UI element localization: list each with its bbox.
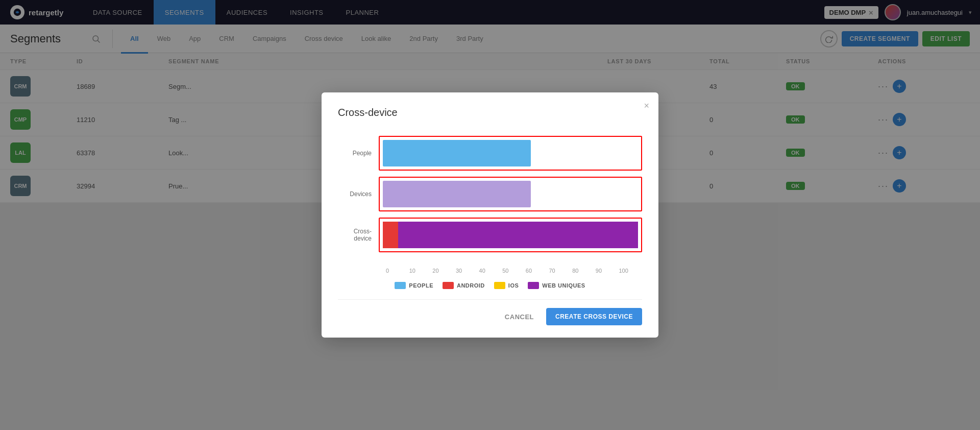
x-axis: 0 10 20 30 40 50 60 70 80 90 100 (338, 268, 642, 274)
create-cross-device-button[interactable]: CREATE CROSS DEVICE (546, 308, 642, 325)
chart-label-devices: Devices (338, 190, 379, 198)
modal-overlay[interactable]: Cross-device × People Devices Cross-devi… (0, 0, 980, 430)
bar-people (383, 140, 531, 166)
xaxis-tick-70: 70 (549, 268, 572, 274)
swatch-android (443, 282, 454, 289)
cancel-button[interactable]: CANCEL (499, 309, 540, 325)
legend-label-android: ANDROID (457, 282, 485, 289)
xaxis-tick-40: 40 (479, 268, 503, 274)
legend-ios: IOS (494, 282, 519, 289)
bar-webuniques (398, 222, 638, 248)
chart-legend: PEOPLE ANDROID IOS WEB UNIQUES (338, 282, 642, 289)
xaxis-tick-100: 100 (619, 268, 642, 274)
legend-label-people: PEOPLE (409, 282, 433, 289)
chart-bar-container-devices (379, 177, 642, 211)
xaxis-tick-10: 10 (409, 268, 433, 274)
chart-row-devices: Devices (338, 177, 642, 211)
swatch-ios (494, 282, 505, 289)
chart-row-people: People (338, 136, 642, 171)
xaxis-tick-30: 30 (456, 268, 479, 274)
chart-label-people: People (338, 150, 379, 157)
legend-android: ANDROID (443, 282, 485, 289)
bar-android (383, 222, 398, 248)
xaxis-tick-90: 90 (596, 268, 619, 274)
chart-area: People Devices Cross-device (338, 131, 642, 264)
chart-bar-container-crossdevice (379, 218, 642, 252)
modal-close-button[interactable]: × (644, 101, 649, 111)
chart-label-crossdevice: Cross-device (338, 228, 379, 242)
bar-crossdevice (383, 222, 638, 248)
swatch-people (395, 282, 406, 289)
xaxis-tick-50: 50 (502, 268, 526, 274)
xaxis-tick-80: 80 (572, 268, 596, 274)
modal-footer: CANCEL CREATE CROSS DEVICE (338, 299, 642, 325)
modal-title: Cross-device (338, 107, 642, 118)
chart-row-crossdevice: Cross-device (338, 218, 642, 252)
bar-devices (383, 181, 531, 207)
cross-device-modal: Cross-device × People Devices Cross-devi… (322, 92, 658, 338)
legend-people: PEOPLE (395, 282, 433, 289)
legend-label-ios: IOS (508, 282, 519, 289)
xaxis-tick-0: 0 (386, 268, 409, 274)
legend-label-webuniques: WEB UNIQUES (542, 282, 585, 289)
legend-webuniques: WEB UNIQUES (528, 282, 585, 289)
swatch-webuniques (528, 282, 539, 289)
chart-bar-container-people (379, 136, 642, 171)
xaxis-tick-20: 20 (432, 268, 456, 274)
xaxis-tick-60: 60 (526, 268, 549, 274)
